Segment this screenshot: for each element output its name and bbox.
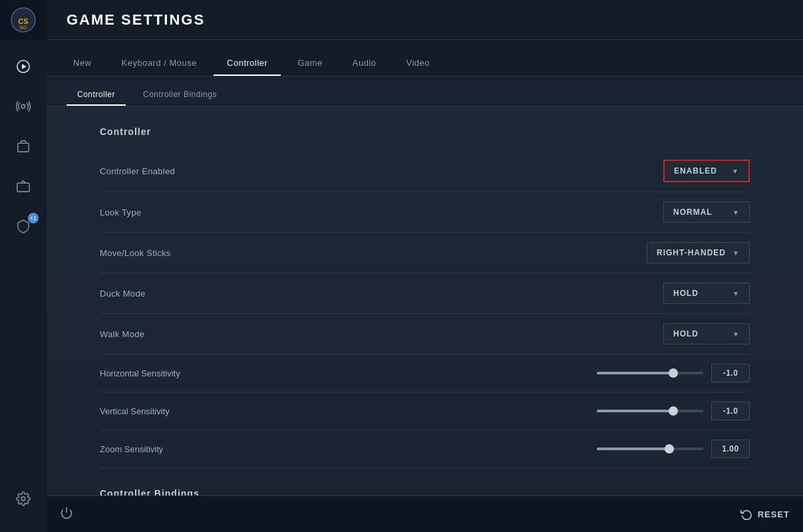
- main-panel: GAME SETTINGS New Keyboard / Mouse Contr…: [47, 0, 803, 532]
- controller-enabled-value: ENABLED: [674, 166, 717, 176]
- look-type-value: NORMAL: [673, 207, 713, 217]
- slider-container-vertical-sensitivity: -1.0: [597, 402, 750, 420]
- svg-point-5: [21, 104, 25, 108]
- setting-label-duck-mode: Duck Mode: [100, 289, 663, 299]
- controller-enabled-dropdown[interactable]: ENABLED ▼: [663, 160, 750, 182]
- sidebar-item-shield[interactable]: +1: [0, 206, 47, 246]
- slider-container-zoom-sensitivity: 1.00: [597, 440, 750, 458]
- tab-game[interactable]: Game: [284, 51, 335, 76]
- chevron-down-icon: ▼: [732, 168, 739, 175]
- setting-row-look-type: Look Type NORMAL ▼: [100, 192, 750, 233]
- page-title: GAME SETTINGS: [67, 11, 205, 29]
- tab-audio[interactable]: Audio: [339, 51, 390, 76]
- slider-label-horizontal-sensitivity: Horizontal Sensitivity: [100, 368, 597, 378]
- move-look-sticks-dropdown[interactable]: RIGHT-HANDED ▼: [647, 242, 750, 263]
- vertical-sensitivity-track[interactable]: [597, 410, 703, 412]
- setting-control-controller-enabled: ENABLED ▼: [663, 160, 750, 182]
- sidebar: CS GO +1: [0, 0, 47, 532]
- tab-new[interactable]: New: [60, 51, 105, 76]
- duck-mode-dropdown[interactable]: HOLD ▼: [663, 283, 750, 304]
- chevron-down-icon: ▼: [732, 331, 740, 338]
- footer: RESET: [47, 495, 803, 532]
- power-button[interactable]: [60, 506, 73, 523]
- look-type-dropdown[interactable]: NORMAL ▼: [663, 201, 750, 223]
- tab-controller[interactable]: Controller: [214, 51, 281, 76]
- logo: CS GO: [0, 0, 47, 40]
- setting-control-duck-mode: HOLD ▼: [663, 283, 750, 304]
- controller-section-title: Controller: [100, 126, 750, 137]
- zoom-sensitivity-value[interactable]: 1.00: [711, 440, 750, 458]
- shield-badge: +1: [28, 213, 39, 223]
- chevron-down-icon: ▼: [732, 290, 740, 297]
- sidebar-item-settings[interactable]: [0, 479, 47, 519]
- sub-tab-controller[interactable]: Controller: [67, 84, 126, 106]
- setting-label-look-type: Look Type: [100, 207, 663, 217]
- move-look-sticks-value: RIGHT-HANDED: [657, 248, 726, 257]
- nav-tabs: New Keyboard / Mouse Controller Game Aud…: [47, 40, 803, 76]
- walk-mode-dropdown[interactable]: HOLD ▼: [663, 323, 750, 344]
- bindings-section: Controller Bindings Fire MOUSE1 Alternat…: [100, 488, 750, 495]
- slider-row-horizontal-sensitivity: Horizontal Sensitivity -1.0: [100, 354, 750, 392]
- sidebar-item-inventory[interactable]: [0, 126, 47, 166]
- slider-row-zoom-sensitivity: Zoom Sensitivity 1.00: [100, 430, 750, 468]
- slider-label-vertical-sensitivity: Vertical Sensitivity: [100, 406, 597, 416]
- chevron-down-icon: ▼: [732, 209, 740, 216]
- setting-control-walk-mode: HOLD ▼: [663, 323, 750, 344]
- setting-label-move-look-sticks: Move/Look Sticks: [100, 248, 647, 258]
- sidebar-item-tv[interactable]: [0, 166, 47, 206]
- walk-mode-value: HOLD: [673, 329, 699, 338]
- setting-row-controller-enabled: Controller Enabled ENABLED ▼: [100, 150, 750, 192]
- svg-marker-4: [22, 64, 26, 68]
- setting-row-duck-mode: Duck Mode HOLD ▼: [100, 273, 750, 314]
- setting-label-walk-mode: Walk Mode: [100, 329, 663, 339]
- vertical-sensitivity-value[interactable]: -1.0: [711, 402, 750, 420]
- svg-point-8: [21, 497, 25, 501]
- reset-label: RESET: [758, 509, 790, 519]
- svg-rect-7: [17, 183, 29, 192]
- setting-control-look-type: NORMAL ▼: [663, 201, 750, 223]
- svg-rect-6: [18, 143, 29, 152]
- setting-control-move-look-sticks: RIGHT-HANDED ▼: [647, 242, 750, 263]
- slider-row-vertical-sensitivity: Vertical Sensitivity -1.0: [100, 392, 750, 430]
- tab-keyboard-mouse[interactable]: Keyboard / Mouse: [108, 51, 211, 76]
- footer-left: [60, 506, 73, 523]
- horizontal-sensitivity-value[interactable]: -1.0: [711, 364, 750, 382]
- svg-text:CS: CS: [18, 17, 28, 25]
- horizontal-sensitivity-track[interactable]: [597, 372, 703, 374]
- tab-video[interactable]: Video: [393, 51, 444, 76]
- svg-text:GO: GO: [20, 25, 27, 30]
- content-area: Controller Controller Enabled ENABLED ▼ …: [47, 106, 803, 495]
- sub-tab-controller-bindings[interactable]: Controller Bindings: [132, 84, 228, 106]
- reset-button[interactable]: RESET: [740, 508, 790, 520]
- setting-row-walk-mode: Walk Mode HOLD ▼: [100, 314, 750, 354]
- setting-row-move-look-sticks: Move/Look Sticks RIGHT-HANDED ▼: [100, 233, 750, 273]
- setting-label-controller-enabled: Controller Enabled: [100, 166, 663, 176]
- slider-label-zoom-sensitivity: Zoom Sensitivity: [100, 444, 597, 454]
- duck-mode-value: HOLD: [673, 289, 699, 298]
- chevron-down-icon: ▼: [732, 249, 740, 257]
- slider-container-horizontal-sensitivity: -1.0: [597, 364, 750, 382]
- header: GAME SETTINGS: [47, 0, 803, 40]
- sub-tabs: Controller Controller Bindings: [47, 76, 803, 106]
- zoom-sensitivity-track[interactable]: [597, 448, 703, 450]
- sidebar-item-play[interactable]: [0, 47, 47, 86]
- bindings-section-title: Controller Bindings: [100, 488, 750, 495]
- sidebar-item-antenna[interactable]: [0, 86, 47, 126]
